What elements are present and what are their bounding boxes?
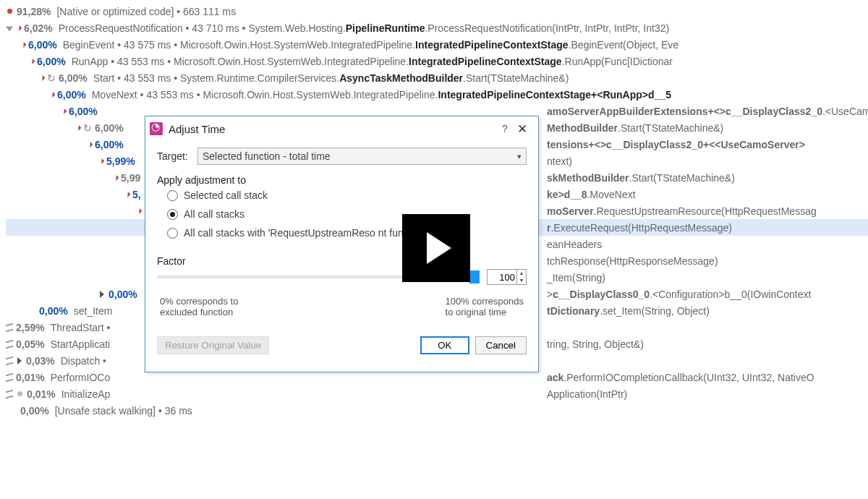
play-icon[interactable] [402,214,470,282]
tree-row[interactable]: 91,28%[Native or optimized code] • 663 1… [6,3,868,20]
marker-icon [6,372,13,382]
expand-icon[interactable] [61,108,67,114]
percent: 91,28% [17,4,51,20]
close-icon[interactable]: ✕ [514,121,531,137]
tree-row[interactable]: ↻6,00%Start • 43 553 ms • System.Runtime… [6,69,868,86]
function-tail: >c__DisplayClass0_0.<Configuration>b__0(… [547,286,811,302]
function-tail: tchResponse(HttpResponseMessage) [547,253,718,269]
chevron-down-icon: ▾ [517,152,522,161]
expand-icon[interactable] [21,42,27,48]
factor-label: Factor [157,255,527,267]
target-select[interactable]: Selected function - total time ▾ [197,148,527,165]
collapse-icon[interactable] [17,357,22,364]
function-tail: ke>d__8.MoveNext [547,187,636,202]
function-text: StartApplicati [51,336,110,352]
function-text: Dispatch • [61,353,106,369]
percent: 6,00% [95,137,124,153]
expand-icon[interactable] [76,125,82,131]
function-text: [Native or optimized code] • 663 111 ms [56,4,236,20]
function-tail: skMethodBuilder.Start(TStateMachine&) [547,170,735,186]
target-label: Target: [157,150,197,162]
tree-row[interactable]: 6,00%RunApp • 43 553 ms • Microsoft.Owin… [6,53,868,69]
marker-icon [6,389,13,398]
tree-row[interactable]: 6,00%BeginEvent • 43 575 ms • Microsoft.… [6,36,868,53]
percent: 0,00% [39,303,68,319]
factor-spinner[interactable]: ▴▾ [517,269,527,285]
expand-icon[interactable] [88,142,93,148]
function-text: BeginEvent • 43 575 ms • Microsoft.Owin.… [63,37,678,53]
percent: 0,00% [20,403,49,419]
dialog-body: Target: Selected function - total time ▾… [145,141,538,372]
function-tail: tring, String, Object&) [547,336,644,352]
percent: 6,02% [24,20,53,36]
function-text: ProcessRequestNotification • 43 710 ms •… [59,20,669,36]
function-text: MoveNext • 43 553 ms • Microsoft.Owin.Ho… [92,87,671,103]
radio-all-stacks[interactable]: All call stacks [157,205,527,223]
tree-row[interactable]: 0,00%[Unsafe stack walking] • 36 ms [6,402,868,419]
expand-icon[interactable] [137,208,142,214]
ok-button[interactable]: OK [420,336,469,354]
percent: 6,00% [95,120,124,136]
function-tail: _Item(String) [547,270,605,286]
percent: 0,01% [16,370,45,385]
function-tail: ack.PerformIOCompletionCallback(UInt32, … [547,370,814,385]
marker-icon [6,323,13,332]
cold-icon [17,391,22,396]
function-tail: MethodBuilder.Start(TStateMachine&) [547,120,723,136]
expand-icon[interactable] [17,25,22,31]
tree-row[interactable]: 6,02%ProcessRequestNotification • 43 710… [6,20,868,36]
radio-icon [167,228,178,239]
function-tail: moServer.RequestUpstreamResource(HttpReq… [547,203,817,219]
slider-handle[interactable] [469,270,480,283]
dialog-title: Adjust Time [169,123,496,135]
expand-icon[interactable] [40,75,46,81]
expand-icon[interactable] [30,59,35,64]
apply-label: Apply adjustment to [157,174,527,186]
percent: 5,99% [106,153,135,169]
tree-row[interactable]: 6,00%MoveNext • 43 553 ms • Microsoft.Ow… [6,86,868,103]
marker-icon [6,356,13,365]
expand-icon[interactable] [99,158,105,164]
function-tail: amoServerAppBuilderExtensions+<>c__Displ… [547,103,868,119]
expand-icon[interactable] [125,192,131,197]
percent: 6,00% [69,103,98,119]
radio-icon [167,209,178,220]
radio-all-with-func[interactable]: All call stacks with 'RequestUpstreamRes… [157,223,527,242]
function-text: [Unsafe stack walking] • 36 ms [55,403,192,419]
target-value: Selected function - total time [203,150,331,162]
tree-row[interactable]: 0,01%InitializeApApplication(IntPtr) [6,385,868,402]
factor-input[interactable] [487,269,517,285]
collapse-icon[interactable] [100,291,104,298]
percent: 0,00% [109,286,137,302]
percent: 0,01% [27,386,56,402]
percent: 0,03% [26,353,55,369]
function-tail: Application(IntPtr) [547,386,627,402]
percent: 6,00% [57,87,86,103]
radio-icon [167,190,178,201]
function-text: set_Item [74,303,113,319]
percent: 6,00% [28,37,57,53]
hot-icon [7,9,12,14]
titlebar: Adjust Time ? ✕ [145,116,538,141]
percent: 5, [132,187,141,202]
radio-label: All call stacks [184,208,244,220]
function-text: PerformIOCo [51,370,110,385]
marker-icon [6,339,13,349]
percent: 6,00% [37,54,66,69]
help-icon[interactable]: ? [496,123,514,135]
cancel-button[interactable]: Cancel [475,336,527,354]
function-tail: tDictionary.set_Item(String, Object) [547,303,710,319]
function-text: RunApp • 43 553 ms • Microsoft.Owin.Host… [72,54,673,69]
cycle-icon: ↻ [47,70,56,86]
restore-button: Restore Original Value [157,336,269,354]
radio-selected-stack[interactable]: Selected call stack [157,186,527,205]
app-icon [150,122,163,135]
expand-icon[interactable] [114,175,119,181]
percent: 0,05% [16,336,45,352]
function-tail: eanHeaders [547,236,602,252]
note-zero: 0% corresponds toexcluded function [160,296,238,317]
expand-icon[interactable] [50,92,56,98]
function-tail: ntext) [547,153,572,169]
function-tail: tensions+<>c__DisplayClass2_0+<<UseCamoS… [547,137,805,153]
function-text: Start • 43 553 ms • System.Runtime.Compi… [93,70,569,86]
